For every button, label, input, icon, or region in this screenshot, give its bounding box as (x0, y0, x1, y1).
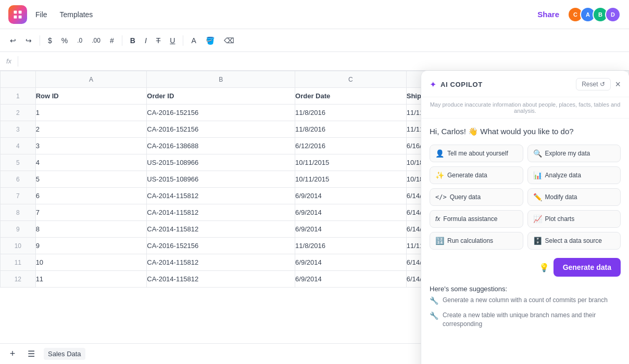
cell-a7[interactable]: 6 (35, 188, 147, 204)
row-number-8: 8 (1, 204, 36, 221)
copilot-reset-button[interactable]: Reset ↺ (576, 78, 611, 90)
analyze-icon: 📊 (533, 171, 542, 179)
cell-a1[interactable]: Row ID (35, 88, 147, 105)
cell-c12[interactable]: 6/9/2014 (295, 271, 407, 288)
cell-c5[interactable]: 10/11/2015 (295, 154, 407, 171)
cell-a11[interactable]: 10 (35, 254, 147, 271)
row-number-11: 11 (1, 254, 36, 271)
copilot-body: Hi, Carlos! 👋 What would you like to do?… (421, 119, 629, 364)
svg-rect-1 (19, 10, 22, 14)
action-datasource[interactable]: 🗄️ Select a data source (527, 232, 621, 250)
share-button[interactable]: Share (537, 10, 559, 19)
action-query[interactable]: </> Query data (430, 188, 523, 206)
cell-b6[interactable]: US-2015-108966 (147, 171, 295, 188)
font-color-button[interactable]: A (187, 33, 199, 48)
cell-a4[interactable]: 3 (35, 138, 147, 154)
datasource-icon: 🗄️ (533, 237, 542, 245)
row-0: 1 (1, 88, 36, 105)
plot-label: Plot charts (545, 215, 575, 223)
suggestion-item-2[interactable]: 🔧 Create a new table with unique branch … (430, 308, 621, 332)
cell-b10[interactable]: CA-2016-152156 (147, 238, 295, 254)
cell-a5[interactable]: 4 (35, 154, 147, 171)
row-number-9: 9 (1, 221, 36, 238)
suggestion-text-2: Create a new table with unique branch na… (443, 311, 621, 329)
add-sheet-button[interactable]: + (6, 348, 19, 360)
cell-c8[interactable]: 6/9/2014 (295, 204, 407, 221)
cell-b1[interactable]: Order ID (147, 88, 295, 105)
nav-templates[interactable]: Templates (60, 8, 93, 21)
cell-c4[interactable]: 6/12/2016 (295, 138, 407, 154)
decimal-more-button[interactable]: .00 (88, 34, 104, 47)
action-formula[interactable]: fx Formula assistance (430, 210, 523, 228)
cell-c1[interactable]: Order Date (295, 88, 407, 105)
row-number-6: 6 (1, 171, 36, 188)
fx-label: fx (6, 57, 11, 65)
generate-data-button[interactable]: Generate data (553, 258, 621, 277)
cell-a12[interactable]: 11 (35, 271, 147, 288)
copilot-close-button[interactable]: × (615, 79, 621, 90)
cell-a9[interactable]: 8 (35, 221, 147, 238)
cell-a3[interactable]: 2 (35, 121, 147, 138)
copilot-title: AI COPILOT (441, 81, 576, 88)
decimal-less-button[interactable]: .0 (73, 34, 86, 47)
percent-button[interactable]: % (58, 33, 71, 48)
cell-c10[interactable]: 11/8/2016 (295, 238, 407, 254)
number-format-button[interactable]: # (106, 33, 118, 48)
cell-b4[interactable]: CA-2016-138688 (147, 138, 295, 154)
cell-b5[interactable]: US-2015-108966 (147, 154, 295, 171)
action-calculate[interactable]: 🔢 Run calculations (430, 232, 523, 250)
cell-b9[interactable]: CA-2014-115812 (147, 221, 295, 238)
row-number-4: 4 (1, 138, 36, 154)
action-modify[interactable]: ✏️ Modify data (527, 188, 621, 206)
svg-rect-2 (14, 15, 17, 18)
cell-b8[interactable]: CA-2014-115812 (147, 204, 295, 221)
cell-b2[interactable]: CA-2016-152156 (147, 105, 295, 121)
cell-b12[interactable]: CA-2014-115812 (147, 271, 295, 288)
clear-button[interactable]: ⌫ (220, 33, 238, 48)
cell-c11[interactable]: 6/9/2014 (295, 254, 407, 271)
formula-input[interactable] (24, 57, 623, 65)
fill-button[interactable]: 🪣 (202, 33, 218, 48)
col-header-b[interactable]: B (147, 71, 295, 88)
nav-file[interactable]: File (35, 8, 47, 21)
cell-b11[interactable]: CA-2014-115812 (147, 254, 295, 271)
row-number-12: 12 (1, 271, 36, 288)
undo-button[interactable]: ↩ (6, 33, 20, 48)
calculate-icon: 🔢 (435, 237, 444, 245)
cell-c7[interactable]: 6/9/2014 (295, 188, 407, 204)
cell-c2[interactable]: 11/8/2016 (295, 105, 407, 121)
cell-b3[interactable]: CA-2016-152156 (147, 121, 295, 138)
cell-b7[interactable]: CA-2014-115812 (147, 188, 295, 204)
cell-c6[interactable]: 10/11/2015 (295, 171, 407, 188)
col-header-a[interactable]: A (35, 71, 147, 88)
cell-a6[interactable]: 5 (35, 171, 147, 188)
col-header-c[interactable]: C (295, 71, 407, 88)
action-plot[interactable]: 📈 Plot charts (527, 210, 621, 228)
cell-c3[interactable]: 11/8/2016 (295, 121, 407, 138)
modify-label: Modify data (545, 193, 577, 201)
formula-icon: fx (435, 215, 440, 223)
italic-button[interactable]: I (141, 33, 150, 48)
nav-links: File Templates (35, 8, 93, 21)
cell-a2[interactable]: 1 (35, 105, 147, 121)
action-analyze[interactable]: 📊 Analyze data (527, 166, 621, 184)
bold-button[interactable]: B (127, 33, 139, 48)
cell-c9[interactable]: 6/9/2014 (295, 221, 407, 238)
tell-me-icon: 👤 (435, 149, 444, 158)
sheet-tab[interactable]: Sales Data (44, 348, 85, 360)
sheet-menu-button[interactable]: ☰ (25, 348, 37, 360)
action-generate[interactable]: ✨ Generate data (430, 166, 523, 184)
suggestion-item-1[interactable]: 🔧 Generate a new column with a count of … (430, 293, 621, 308)
action-tell-me[interactable]: 👤 Tell me about yourself (430, 145, 523, 162)
action-grid: 👤 Tell me about yourself 🔍 Explore my da… (430, 145, 621, 250)
action-explore[interactable]: 🔍 Explore my data (527, 145, 621, 162)
redo-button[interactable]: ↪ (22, 33, 35, 48)
currency-button[interactable]: $ (44, 33, 56, 48)
query-icon: </> (435, 193, 447, 201)
strikethrough-button[interactable]: T (153, 33, 165, 48)
underline-button[interactable]: U (166, 33, 179, 48)
suggestion-icon-1: 🔧 (430, 296, 438, 305)
cell-a10[interactable]: 9 (35, 238, 147, 254)
suggestion-text-1: Generate a new column with a count of co… (443, 296, 608, 305)
cell-a8[interactable]: 7 (35, 204, 147, 221)
